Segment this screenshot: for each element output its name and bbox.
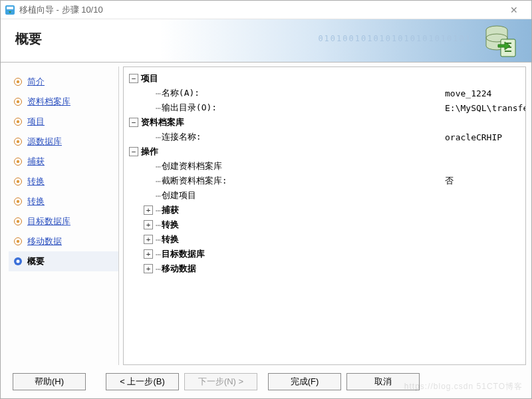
tree-row: −项目 [129,71,520,86]
nav-step-icon [13,76,23,87]
nav-item-0[interactable]: 简介 [9,72,118,92]
wizard-window: 移植向导 - 步骤 10/10 ✕ 概要 0101001010101010101… [0,0,532,399]
help-button[interactable]: 帮助(H) [13,373,86,390]
tree-spacer [144,176,153,186]
nav-item-label: 转换 [27,176,45,188]
nav-item-label: 源数据库 [27,136,62,148]
tree-label: 创建资料档案库 [162,160,222,172]
nav-step-icon [13,216,23,227]
tree-connector-icon: ⋯ [156,235,160,245]
tree-row: ⋯创建资料档案库 [129,159,520,174]
svg-point-22 [17,240,19,243]
svg-rect-1 [7,7,13,9]
nav-item-label: 移动数据 [27,235,62,247]
tree-row: −资料档案库 [129,115,520,130]
tree-value: 否 [445,175,454,187]
page-heading: 概要 [15,30,42,48]
nav-step-icon [13,196,23,207]
expand-icon[interactable]: + [144,264,153,273]
nav-step-icon [13,96,23,107]
nav-item-label: 目标数据库 [27,215,70,227]
expand-icon[interactable]: + [144,220,153,229]
expand-icon[interactable]: + [144,235,153,244]
tree-label: 捕获 [162,204,179,216]
wizard-nav: 简介资料档案库项目源数据库捕获 转换转换目标数据库移动数据概要 [6,66,119,365]
tree-label: 项目 [141,72,158,84]
tree-row: +⋯转换 [129,232,520,247]
svg-point-18 [17,200,19,203]
nav-step-icon [13,116,23,127]
tree-row: +⋯转换 [129,217,520,232]
nav-item-6[interactable]: 转换 [9,192,118,211]
cancel-button[interactable]: 取消 [346,373,420,390]
next-button[interactable]: 下一步(N) > [184,373,257,390]
expand-icon[interactable]: + [144,205,153,215]
titlebar: 移植向导 - 步骤 10/10 ✕ [1,1,531,19]
nav-step-icon [13,236,23,247]
summary-tree: −项目⋯名称(A):move_1224⋯输出目录(O):E:\MySQL\tra… [123,66,526,365]
tree-connector-icon: ⋯ [156,220,160,230]
tree-label: 转换 [162,233,179,245]
expand-icon[interactable]: + [144,249,153,259]
tree-row: +⋯目标数据库 [129,247,520,261]
tree-connector-icon: ⋯ [156,132,160,142]
tree-label: 输出目录(O): [162,102,217,114]
tree-connector-icon: ⋯ [156,176,160,186]
tree-row: +⋯移动数据 [129,261,520,276]
nav-item-label: 资料档案库 [27,96,70,108]
svg-point-10 [17,120,19,123]
nav-item-5[interactable]: 转换 [9,172,118,192]
tree-value: move_1224 [445,88,491,98]
tree-row: ⋯连接名称:oracleCRHIP [129,130,520,144]
nav-item-4[interactable]: 捕获 [9,152,118,172]
tree-label: 名称(A): [162,87,200,99]
back-button[interactable]: < 上一步(B) [106,373,179,390]
tree-value: oracleCRHIP [445,132,502,142]
nav-item-9[interactable]: 概要 [9,251,118,271]
collapse-icon[interactable]: − [129,147,138,156]
tree-spacer [144,132,153,142]
tree-row: ⋯创建项目 [129,188,520,203]
banner: 概要 0101001010101010101010101 [1,19,531,63]
database-arrow-icon [482,23,519,63]
tree-connector-icon: ⋯ [156,249,160,259]
collapse-icon[interactable]: − [129,118,138,127]
tree-label: 操作 [141,146,158,158]
finish-button[interactable]: 完成(F) [268,373,341,390]
window-title: 移植向导 - 步骤 10/10 [19,4,501,16]
svg-point-16 [17,180,19,183]
tree-spacer [144,162,153,171]
tree-spacer [144,88,153,98]
tree-connector-icon: ⋯ [156,191,160,201]
tree-connector-icon: ⋯ [156,162,160,172]
tree-label: 资料档案库 [141,116,184,128]
svg-point-6 [17,80,19,83]
nav-item-2[interactable]: 项目 [9,112,118,132]
tree-label: 截断资料档案库: [162,175,227,187]
tree-label: 创建项目 [162,190,196,201]
app-icon [5,5,15,15]
tree-row: +⋯捕获 [129,203,520,217]
nav-step-icon [13,136,23,147]
tree-row: ⋯输出目录(O):E:\MySQL\transferLog\1224 [129,100,520,115]
nav-item-7[interactable]: 目标数据库 [9,211,118,231]
tree-value: E:\MySQL\transferLog\1224 [445,103,526,113]
collapse-icon[interactable]: − [129,74,138,83]
nav-item-label: 概要 [27,255,45,267]
tree-label: 转换 [162,219,179,231]
banner-binary-art: 0101001010101010101010101 [318,34,471,43]
nav-step-icon [13,156,23,167]
svg-point-20 [17,220,19,223]
close-button[interactable]: ✕ [501,5,527,15]
nav-item-label: 项目 [27,116,45,128]
nav-step-icon [13,176,23,187]
tree-connector-icon: ⋯ [156,205,160,215]
nav-item-8[interactable]: 移动数据 [9,231,118,251]
tree-connector-icon: ⋯ [156,264,160,274]
nav-item-label: 简介 [27,76,45,88]
nav-item-3[interactable]: 源数据库 [9,132,118,152]
nav-item-1[interactable]: 资料档案库 [9,92,118,112]
nav-item-label: 捕获 [27,156,45,168]
svg-point-14 [17,160,19,163]
tree-label: 连接名称: [162,131,201,143]
